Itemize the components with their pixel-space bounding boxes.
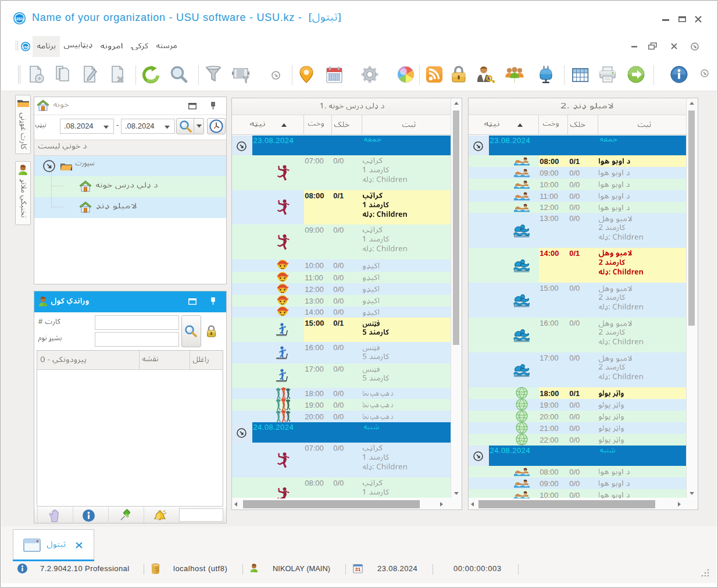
svg-text:usu: usu — [22, 44, 30, 49]
svg-text:usu: usu — [15, 15, 24, 22]
svg-text:31: 31 — [355, 566, 360, 572]
